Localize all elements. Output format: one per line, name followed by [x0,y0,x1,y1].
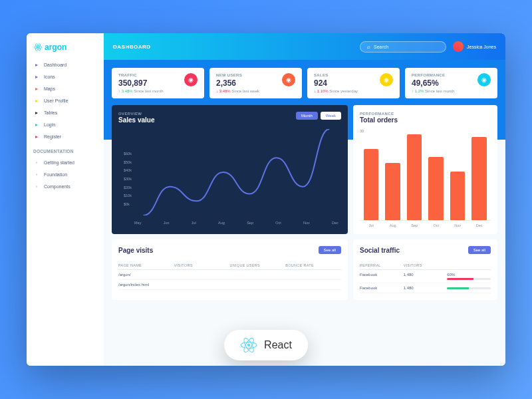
toggle-month[interactable]: Month [296,112,318,120]
orders-eyebrow: PERFORMANCE [360,112,398,116]
app-logo[interactable]: argon [27,40,104,59]
react-badge: React [224,330,308,360]
percent-icon: ◉ [477,73,491,86]
main: DASHBOARD ⌕ Jessica Jones TRAFFIC350,897… [104,33,505,366]
bar [471,137,487,220]
table-row[interactable]: Facebook1,480 [360,283,491,293]
sidebar-item-user-profile[interactable]: ▸User Profile [27,94,104,106]
sidebar-item-register[interactable]: ▸Register [27,130,104,142]
page-title: DASHBOARD [113,44,151,50]
nav-icon: ▸ [33,97,40,104]
toggle-week[interactable]: Week [321,112,341,120]
search-icon: ⌕ [367,44,370,50]
stat-footer: ↑ 1.2% Since last month [412,89,491,93]
sidebar-item-label: Register [44,134,61,139]
user-menu[interactable]: Jessica Jones [453,41,496,52]
svg-point-0 [37,47,39,48]
react-icon [240,336,257,354]
chart-period-toggle: Month Week [296,112,341,120]
doc-item-label: Components [44,184,70,189]
stat-footer: ↑ 3.48% Since last month [118,89,198,93]
bar [450,172,466,220]
doc-icon: ◦ [33,183,40,190]
stat-footer: ↓ 3.48% Since last week [216,89,295,93]
doc-item-foundation[interactable]: ◦Foundation [27,168,104,180]
social-traffic-card: Social traffic See all REFERRALVISITORS … [353,239,497,300]
table-row[interactable]: /argon/index.html [118,280,341,290]
sidebar-item-maps[interactable]: ▸Maps [27,82,104,94]
content: TRAFFIC350,897↑ 3.48% Since last month◉N… [104,60,505,366]
react-label: React [264,339,292,351]
topbar: DASHBOARD ⌕ Jessica Jones [104,33,505,60]
doc-item-label: Getting started [44,160,74,165]
sidebar-item-label: User Profile [44,98,68,103]
sidebar-item-dashboard[interactable]: ▸Dashboard [27,59,104,70]
doc-icon: ◦ [33,159,40,166]
chart-bar-icon: ◉ [184,73,198,86]
svg-point-4 [247,344,250,346]
doc-item-components[interactable]: ◦Components [27,180,104,192]
stat-card-performance: PERFORMANCE49,65%↑ 1.2% Since last month… [405,68,497,98]
orders-chart-card: PERFORMANCE Total orders 30 JulAugSepOct… [353,105,497,234]
sidebar-item-label: Icons [44,74,55,79]
search-box[interactable]: ⌕ [360,41,446,53]
doc-item-getting-started[interactable]: ◦Getting started [27,156,104,168]
nav-icon: ▸ [33,109,40,116]
nav-icon: ▸ [33,121,40,128]
page-visits-see-all[interactable]: See all [319,246,341,254]
user-name: Jessica Jones [467,45,496,49]
sidebar-item-login[interactable]: ▸Login [27,118,104,130]
sidebar-item-label: Tables [44,110,57,115]
sidebar-item-icons[interactable]: ▸Icons [27,70,104,82]
table-row[interactable]: Facebook1,48060% [360,270,491,283]
stat-card-traffic: TRAFFIC350,897↑ 3.48% Since last month◉ [112,68,204,98]
avatar [453,41,464,52]
sales-eyebrow: OVERVIEW [118,112,154,116]
sidebar-item-label: Dashboard [44,63,66,67]
stat-card-new-users: NEW USERS2,356↓ 3.48% Since last week◉ [209,68,302,98]
nav-icon: ▸ [33,85,40,92]
sidebar-item-label: Maps [44,86,55,91]
search-input[interactable] [374,45,439,49]
bar [364,149,379,221]
stat-footer: ↓ 1.10% Since yesterday [314,89,393,93]
table-row[interactable]: /argon/ [118,270,341,280]
sidebar: argon ▸Dashboard▸Icons▸Maps▸User Profile… [27,33,104,366]
sales-title: Sales value [118,116,154,124]
app-name: argon [45,43,66,52]
doc-heading: DOCUMENTATION [27,142,104,156]
social-title: Social traffic [360,247,400,254]
sidebar-item-tables[interactable]: ▸Tables [27,106,104,118]
nav-icon: ▸ [33,133,40,140]
orders-title: Total orders [360,116,398,124]
doc-icon: ◦ [33,171,40,178]
doc-item-label: Foundation [44,172,67,177]
sidebar-item-label: Login [44,122,55,127]
social-see-all[interactable]: See all [468,246,491,254]
argon-icon [33,43,43,52]
nav-icon: ▸ [33,73,40,80]
bar [385,163,400,220]
chart-pie-icon: ◉ [282,73,295,86]
stats-row: TRAFFIC350,897↑ 3.48% Since last month◉N… [112,68,497,98]
sales-chart-card: OVERVIEW Sales value Month Week $60k$50k… [112,105,348,234]
stat-card-sales: SALES924↓ 1.10% Since yesterday◉ [307,68,400,98]
bar [407,134,422,220]
orders-bar-chart [360,134,491,221]
users-icon: ◉ [380,73,393,86]
bar [428,157,444,220]
page-visits-title: Page visits [118,247,153,254]
nav-icon: ▸ [33,61,40,68]
page-visits-card: Page visits See all PAGE NAMEVISITORSUNI… [112,239,348,300]
sales-line-chart [132,129,341,215]
